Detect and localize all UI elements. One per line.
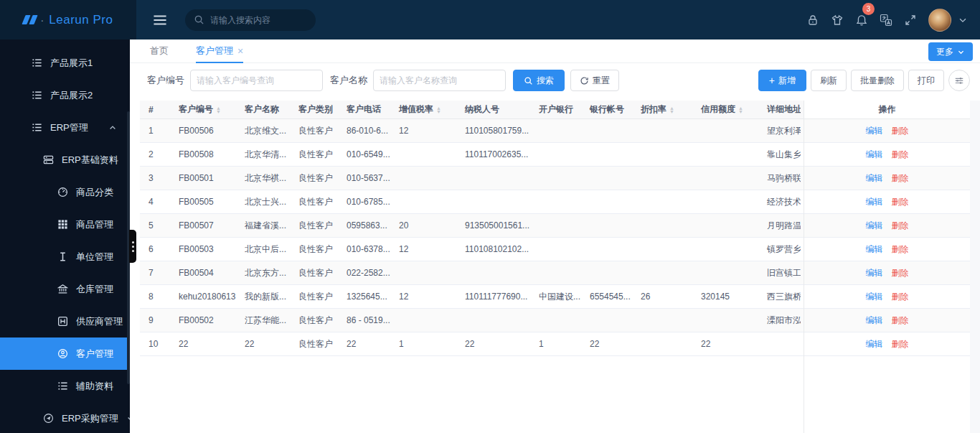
table-row[interactable]: 3FB00501北京华祺...良性客户010-5637...马驹桥联 [140,167,804,190]
app-logo[interactable]: · Learun Pro [0,0,136,39]
cell: 0595863... [338,220,390,231]
customer-name-input[interactable] [373,70,506,91]
delete-link[interactable]: 删除 [892,315,909,327]
delete-link[interactable]: 删除 [892,125,909,137]
cell: FB00501 [170,173,236,183]
cell: 望京利泽 [758,125,801,137]
delete-link[interactable]: 删除 [892,172,909,185]
language-button[interactable] [874,8,898,32]
sidebar-collapse-handle[interactable] [129,230,136,263]
customer-code-input[interactable] [190,70,323,91]
sidebar-item-product-demo-2[interactable]: 产品展示2 [0,79,130,111]
batch-delete-button[interactable]: 批量删除 [851,70,904,91]
table-row[interactable]: 6FB00503北京中后...良性客户010-6378...1211010810… [140,238,804,261]
table-row[interactable]: 9FB00502江苏华能...良性客户86 - 0519...溧阳市泓 [140,309,804,332]
tab-home[interactable]: 首页 [150,39,169,63]
sidebar-item-unit-management[interactable]: 单位管理 [0,241,130,273]
column-header-增值税率[interactable]: 增值税率▲▼ [390,101,456,118]
delete-link[interactable]: 删除 [892,220,909,232]
add-button[interactable]: + 新增 [758,70,806,91]
column-settings-button[interactable] [948,70,970,91]
sidebar-menu: 产品展示1产品展示2ERP管理ERP基础资料商品分类商品管理单位管理仓库管理供应… [0,39,130,433]
edit-link[interactable]: 编辑 [866,125,883,137]
edit-link[interactable]: 编辑 [866,172,883,185]
customer-code-label: 客户编号 [147,74,184,87]
table-row[interactable]: 102222良性客户2212212222 [140,332,804,356]
user-menu-button[interactable] [954,8,971,32]
sidebar: 产品展示1产品展示2ERP管理ERP基础资料商品分类商品管理单位管理仓库管理供应… [0,39,130,433]
search-icon [524,76,533,85]
table-row[interactable]: 1FB00506北京维文...良性客户86-010-6...1211010580… [140,119,804,143]
sidebar-item-customer-management[interactable]: 客户管理 [0,337,130,370]
sort-carets-icon[interactable]: ▲▼ [738,106,743,113]
edit-link[interactable]: 编辑 [866,220,883,232]
table-scrollbar-gutter[interactable] [970,101,980,433]
column-header-折扣率[interactable]: 折扣率▲▼ [632,101,692,118]
close-icon[interactable]: × [237,46,243,56]
unit-icon [57,251,68,262]
edit-link[interactable]: 编辑 [866,291,883,303]
refresh-button-label: 刷新 [820,75,837,87]
sidebar-item-warehouse-management[interactable]: 仓库管理 [0,273,130,305]
cell: 6 [140,244,170,254]
edit-link[interactable]: 编辑 [866,338,883,350]
edit-link[interactable]: 编辑 [866,196,883,208]
cell: FB00508 [170,149,236,159]
cell: 26 [632,292,692,302]
delete-link[interactable]: 删除 [892,338,909,350]
tab-list: 首页客户管理× [150,39,243,62]
refresh-button[interactable]: 刷新 [811,70,847,91]
sort-carets-icon[interactable]: ▲▼ [669,106,674,113]
row-actions: 编辑删除 [804,190,970,214]
tab-customer-management[interactable]: 客户管理× [196,39,243,63]
sort-carets-icon[interactable]: ▲▼ [216,106,221,113]
sidebar-item-erp-purchase[interactable]: ERP采购管理 [0,402,130,433]
cell: 靠山集乡 [758,149,801,161]
fullscreen-button[interactable] [898,8,923,32]
search-button[interactable]: 搜索 [513,70,565,91]
delete-link[interactable]: 删除 [892,196,909,208]
user-avatar[interactable] [928,9,951,32]
lock-button[interactable] [801,8,825,32]
row-actions: 编辑删除 [804,214,970,238]
column-label: 客户名称 [245,103,279,116]
table-fixed-actions-column: 操作 编辑删除编辑删除编辑删除编辑删除编辑删除编辑删除编辑删除编辑删除编辑删除编… [804,101,970,433]
print-button[interactable]: 打印 [908,70,944,91]
menu-toggle-button[interactable] [152,12,168,28]
sidebar-item-supplier-management[interactable]: 供应商管理 [0,305,130,337]
cell: 010-6785... [338,197,390,207]
column-header-actions: 操作 [804,101,970,119]
more-button[interactable]: 更多 [928,42,973,61]
global-search[interactable] [185,9,316,31]
search-button-label: 搜索 [537,75,554,87]
column-header-信用额度[interactable]: 信用额度▲▼ [692,101,758,118]
sidebar-item-erp-base-data[interactable]: ERP基础资料 [0,144,130,176]
delete-link[interactable]: 删除 [892,291,909,303]
global-search-input[interactable] [210,15,307,25]
cell: FB00502 [170,315,236,325]
edit-link[interactable]: 编辑 [866,315,883,327]
sidebar-item-auxiliary-data[interactable]: 辅助资料 [0,370,130,402]
sidebar-item-goods-category[interactable]: 商品分类 [0,176,130,208]
delete-link[interactable]: 删除 [892,267,909,279]
cell: 1 [390,339,456,349]
edit-link[interactable]: 编辑 [866,149,883,161]
sidebar-item-product-demo-1[interactable]: 产品展示1 [0,47,130,79]
sidebar-item-erp-management[interactable]: ERP管理 [0,111,130,144]
notifications-button[interactable]: 3 [849,8,874,32]
theme-button[interactable] [825,8,849,32]
sidebar-item-goods-management[interactable]: 商品管理 [0,208,130,241]
delete-link[interactable]: 删除 [892,243,909,256]
table-row[interactable]: 7FB00504北京东方...良性客户022-2582...旧宫镇工 [140,261,804,285]
cell: 86-010-6... [338,126,390,136]
table-row[interactable]: 2FB00508北京华清...良性客户010-6549...1101170026… [140,143,804,167]
edit-link[interactable]: 编辑 [866,267,883,279]
delete-link[interactable]: 删除 [892,149,909,161]
table-row[interactable]: 8kehu20180613...我的新版...良性客户1325645...121… [140,285,804,309]
table-row[interactable]: 4FB00505北京士兴...良性客户010-6785...经济技术 [140,190,804,214]
edit-link[interactable]: 编辑 [866,243,883,256]
table-row[interactable]: 5FB00507福建省溪...良性客户0595863...20913505001… [140,214,804,238]
reset-button[interactable]: 重置 [570,70,619,91]
column-header-客户编号[interactable]: 客户编号▲▼ [170,101,236,118]
sort-carets-icon[interactable]: ▲▼ [436,106,441,113]
